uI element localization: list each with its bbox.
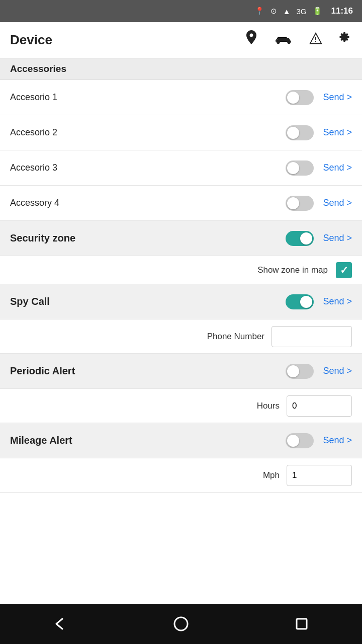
back-button[interactable] <box>51 615 69 633</box>
wifi-icon: ▲ <box>283 7 291 16</box>
location-icon: 📍 <box>255 7 264 16</box>
mph-input[interactable] <box>287 465 352 486</box>
page-title: Device <box>10 32 244 48</box>
warning-button[interactable] <box>309 31 323 49</box>
app-header: Device <box>0 22 362 58</box>
mileage-alert-toggle[interactable] <box>286 433 314 448</box>
phone-number-label: Phone Number <box>207 332 264 342</box>
phone-number-row: Phone Number <box>0 319 362 354</box>
svg-point-2 <box>174 617 188 630</box>
spy-call-row: Spy Call Send > <box>0 284 362 319</box>
bottom-nav <box>0 604 362 644</box>
mph-label: Mph <box>263 470 280 480</box>
accesorio-3-toggle[interactable] <box>286 160 314 176</box>
phone-number-input[interactable] <box>272 326 352 347</box>
recent-button[interactable] <box>293 615 311 633</box>
periodic-alert-row: Periodic Alert Send > <box>0 354 362 389</box>
accessories-section-header: Accessories <box>0 58 362 80</box>
status-bar: 📍 ⊙ ▲ 3G 🔋 11:16 <box>0 0 362 22</box>
record-icon: ⊙ <box>270 7 277 16</box>
accesorio-1-toggle[interactable] <box>286 90 314 105</box>
mileage-alert-row: Mileage Alert Send > <box>0 423 362 458</box>
mileage-alert-label: Mileage Alert <box>10 435 286 446</box>
hours-label: Hours <box>257 401 280 411</box>
location-pin-button[interactable] <box>244 30 258 50</box>
car-button[interactable] <box>274 32 294 48</box>
accessory-4-row: Accessory 4 Send > <box>0 186 362 221</box>
spy-call-send[interactable]: Send > <box>323 296 352 307</box>
periodic-alert-label: Periodic Alert <box>10 365 286 377</box>
security-zone-send[interactable]: Send > <box>323 233 352 244</box>
mph-row: Mph <box>0 458 362 493</box>
accessory-4-send[interactable]: Send > <box>323 198 352 208</box>
header-icons <box>244 30 352 50</box>
mileage-alert-send[interactable]: Send > <box>323 435 352 446</box>
svg-rect-3 <box>297 619 307 629</box>
security-zone-label: Security zone <box>10 232 286 244</box>
periodic-alert-toggle[interactable] <box>286 364 314 379</box>
spy-call-label: Spy Call <box>10 296 286 307</box>
accessory-4-label: Accessory 4 <box>10 198 286 208</box>
accesorio-3-label: Accesorio 3 <box>10 163 286 173</box>
accesorio-3-row: Accesorio 3 Send > <box>0 150 362 186</box>
settings-button[interactable] <box>338 31 352 49</box>
accesorio-1-label: Accesorio 1 <box>10 92 286 103</box>
hours-input[interactable] <box>287 395 352 417</box>
show-zone-row: Show zone in map <box>0 256 362 284</box>
main-content: Accessories Accesorio 1 Send > Accesorio… <box>0 58 362 604</box>
security-zone-toggle[interactable] <box>286 231 314 246</box>
status-time: 11:16 <box>331 6 353 16</box>
accesorio-2-send[interactable]: Send > <box>323 127 352 138</box>
show-zone-label: Show zone in map <box>257 265 328 275</box>
show-zone-checkbox[interactable] <box>336 262 352 278</box>
accesorio-2-row: Accesorio 2 Send > <box>0 115 362 150</box>
accesorio-2-toggle[interactable] <box>286 125 314 140</box>
accesorio-1-row: Accesorio 1 Send > <box>0 80 362 115</box>
hours-row: Hours <box>0 389 362 423</box>
spy-call-toggle[interactable] <box>286 294 314 309</box>
security-zone-row: Security zone Send > <box>0 221 362 256</box>
periodic-alert-send[interactable]: Send > <box>323 366 352 376</box>
battery-icon: 🔋 <box>313 7 322 16</box>
home-button[interactable] <box>172 615 190 633</box>
accessories-label: Accessories <box>10 63 66 74</box>
accessory-4-toggle[interactable] <box>286 196 314 211</box>
signal-icon: 3G <box>297 7 307 16</box>
accesorio-1-send[interactable]: Send > <box>323 92 352 103</box>
accesorio-3-send[interactable]: Send > <box>323 163 352 173</box>
accesorio-2-label: Accesorio 2 <box>10 127 286 138</box>
